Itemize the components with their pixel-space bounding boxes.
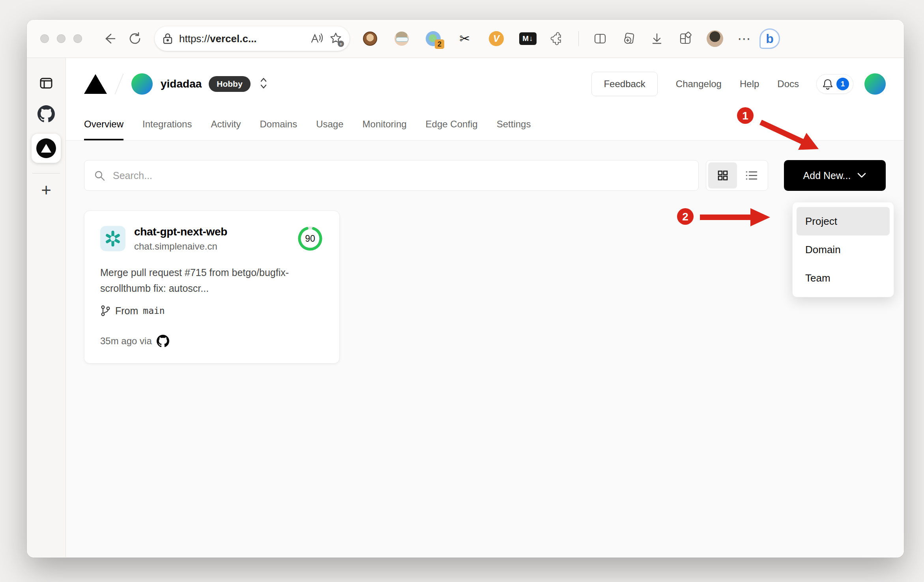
toggle-sidebar-button[interactable]	[35, 72, 57, 94]
team-avatar[interactable]	[131, 73, 153, 95]
url-domain: vercel.c...	[210, 33, 257, 45]
tab-activity[interactable]: Activity	[211, 110, 241, 140]
list-view-button[interactable]	[737, 162, 766, 188]
grid-view-button[interactable]	[708, 162, 737, 188]
branch-name[interactable]: main	[143, 306, 165, 316]
maximize-window-button[interactable]	[73, 34, 82, 43]
feedback-button[interactable]: Feedback	[591, 72, 657, 96]
clipper-extension-button[interactable]: ✂	[457, 31, 473, 47]
dropdown-item-team[interactable]: Team	[797, 264, 890, 292]
browser-window: https://vercel.c... + 2 ✂ V M↓	[27, 20, 904, 558]
changelog-link[interactable]: Changelog	[676, 78, 722, 90]
toolbar-actions: ⋯	[550, 30, 752, 47]
markdown-extension-button[interactable]: M↓	[520, 31, 536, 47]
notification-count-badge: 1	[836, 78, 849, 90]
dashboard-tabs: Overview Integrations Activity Domains U…	[66, 110, 904, 141]
grid-view-icon	[717, 170, 729, 181]
tampermonkey-extension-button[interactable]	[362, 31, 378, 47]
github-icon	[37, 105, 55, 123]
persona-extension-button[interactable]	[394, 31, 410, 47]
notifications-button[interactable]: 1	[816, 74, 853, 94]
search-input[interactable]	[84, 160, 699, 191]
markdown-icon: M↓	[519, 32, 536, 45]
tab-settings[interactable]: Settings	[497, 110, 531, 140]
edge-sidebar: +	[27, 58, 66, 557]
dropdown-item-domain[interactable]: Domain	[797, 235, 890, 264]
tab-domains[interactable]: Domains	[260, 110, 297, 140]
traffic-lights	[40, 34, 82, 43]
lighthouse-score[interactable]: 90	[297, 225, 324, 252]
controls-row: Add New...	[84, 160, 886, 191]
project-domain[interactable]: chat.simplenaive.cn	[134, 241, 227, 252]
openai-icon	[104, 230, 122, 247]
commit-message[interactable]: Merge pull request #715 from betgo/bugfi…	[100, 265, 307, 296]
branch-prefix: From	[115, 305, 138, 317]
sidebar-panel-icon	[38, 75, 54, 91]
vercel-logo-icon[interactable]	[84, 74, 107, 94]
project-card[interactable]: chat-gpt-next-web chat.simplenaive.cn 90…	[84, 211, 340, 364]
add-new-button[interactable]: Add New...	[784, 160, 886, 191]
apps-icon[interactable]	[678, 32, 692, 46]
chevron-down-icon	[857, 172, 866, 179]
desktop: { "browser": { "url_scheme": "https://",…	[0, 0, 924, 582]
tab-usage[interactable]: Usage	[316, 110, 343, 140]
split-screen-icon[interactable]	[593, 32, 607, 46]
dashboard-content: Add New... chat-gpt-next-web chat.simple…	[66, 141, 904, 557]
browser-profile-avatar[interactable]	[707, 30, 723, 47]
sidebar-add-button[interactable]: +	[41, 181, 51, 199]
search-icon	[94, 170, 105, 181]
tab-overview[interactable]: Overview	[84, 110, 123, 140]
tab-monitoring[interactable]: Monitoring	[363, 110, 407, 140]
git-branch-icon	[100, 305, 110, 317]
team-switcher-button[interactable]	[259, 77, 268, 91]
project-name[interactable]: chat-gpt-next-web	[134, 226, 227, 238]
tab-edge-config[interactable]: Edge Config	[426, 110, 478, 140]
extension-count-badge: 2	[435, 39, 444, 49]
extensions-puzzle-icon[interactable]	[550, 32, 564, 46]
v-icon: V	[489, 31, 504, 46]
browser-toolbar: https://vercel.c... + 2 ✂ V M↓	[27, 20, 904, 58]
view-toggle-group	[706, 160, 768, 191]
favorite-button[interactable]: +	[330, 32, 342, 45]
breadcrumb-slash	[115, 74, 124, 95]
plan-badge: Hobby	[209, 76, 250, 92]
back-button[interactable]	[99, 29, 118, 48]
project-title-block: chat-gpt-next-web chat.simplenaive.cn	[134, 226, 227, 252]
bing-icon: b	[766, 32, 774, 46]
extension-icons: 2 ✂ V M↓	[362, 31, 536, 47]
add-new-label: Add New...	[803, 170, 851, 181]
close-window-button[interactable]	[40, 34, 49, 43]
dropdown-item-project[interactable]: Project	[797, 207, 890, 235]
chevron-updown-icon	[259, 77, 268, 90]
read-aloud-icon[interactable]	[310, 33, 324, 45]
sidebar-item-github[interactable]	[35, 103, 57, 125]
tab-integrations[interactable]: Integrations	[142, 110, 192, 140]
add-new-dropdown: Project Domain Team	[792, 202, 894, 297]
team-name[interactable]: yidadaa	[161, 78, 202, 90]
scissors-icon: ✂	[460, 31, 470, 46]
address-bar[interactable]: https://vercel.c... +	[155, 26, 350, 51]
refresh-button[interactable]	[125, 29, 144, 48]
granny-icon	[395, 32, 409, 46]
url-text[interactable]: https://vercel.c...	[179, 33, 304, 45]
star-plus-badge: +	[338, 41, 344, 47]
downloads-icon[interactable]	[650, 32, 664, 46]
help-link[interactable]: Help	[740, 78, 759, 90]
deploy-meta-row: 35m ago via	[100, 335, 324, 347]
search-wrap	[84, 160, 699, 191]
back-icon	[101, 31, 116, 46]
vimium-extension-button[interactable]: V	[488, 31, 504, 47]
minimize-window-button[interactable]	[57, 34, 65, 43]
docs-link[interactable]: Docs	[777, 78, 799, 90]
bing-chat-button[interactable]: b	[759, 28, 780, 49]
branch-row: From main	[100, 305, 324, 317]
project-logo	[100, 226, 125, 251]
user-avatar[interactable]	[864, 73, 886, 95]
deploy-time: 35m ago via	[100, 336, 152, 347]
collections-icon[interactable]	[621, 32, 636, 46]
lock-icon	[163, 33, 173, 45]
more-menu-button[interactable]: ⋯	[737, 31, 752, 47]
score-value: 90	[297, 225, 324, 252]
sidebar-item-vercel-active[interactable]	[32, 134, 61, 163]
proxy-extension-button[interactable]: 2	[425, 31, 441, 47]
